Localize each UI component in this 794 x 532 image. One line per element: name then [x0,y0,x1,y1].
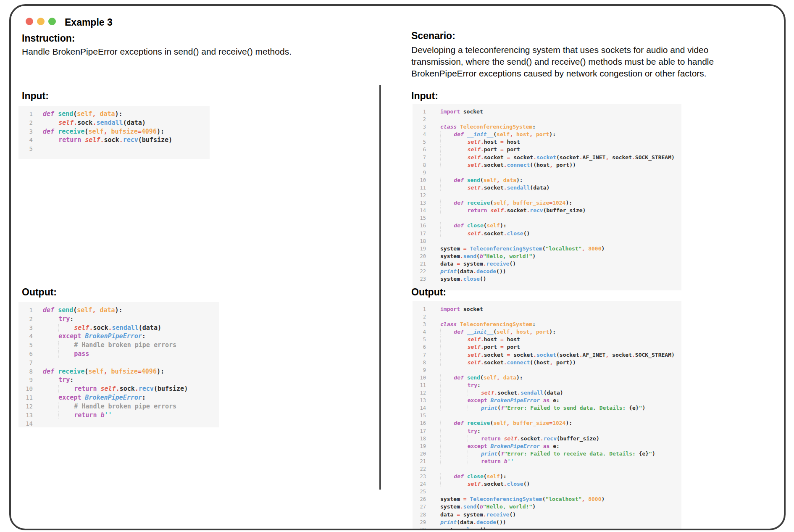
token: port [484,344,500,350]
code-text: system.send(b"Hello, world!") [440,253,536,260]
token: socket [484,184,504,191]
code-line: 19system = TeleconferencingSystem("local… [417,245,677,253]
token: socket [484,359,504,366]
token: 8000 [588,496,601,502]
close-button[interactable] [26,18,33,25]
code-text: def __init__(self, host, port): [440,328,556,336]
token: f [501,405,504,411]
token: ((host [530,162,549,168]
code-line: 2 try: [23,315,215,324]
token: . [100,136,104,144]
code-line: 21 return b'' [417,458,677,465]
indent-guide [440,200,454,206]
line-number: 5 [23,341,33,350]
token: BrokenPipeError [85,394,142,401]
token: . [540,435,544,442]
token: () [509,511,516,518]
code-text: self.socket.close() [440,230,530,237]
token: (data) [530,184,549,191]
code-text: class TeleconferencingSystem: [440,123,536,131]
column-divider [379,85,381,490]
code-text: try: [43,376,74,385]
minimize-button[interactable] [37,18,45,25]
indent-guide [440,131,454,137]
token: recv [530,207,543,213]
token: self [468,162,481,168]
token: close [467,222,484,229]
indent-guide [58,350,74,358]
token: pass [74,350,89,358]
line-number: 19 [417,442,426,450]
token: import [440,108,463,115]
line-number: 13 [417,199,426,207]
token: , [549,359,556,366]
token: def [454,200,467,206]
line-number: 8 [23,367,33,376]
window-controls [26,18,56,25]
token: . [108,324,112,332]
token: , [507,420,513,426]
code-block-right-output: 1import socket23class TeleconferencingSy… [413,301,681,530]
token: e: [553,443,560,449]
token: send [58,110,73,118]
token: connect [507,162,530,168]
token: sock [93,324,108,332]
token: , [497,177,503,183]
token: . [135,385,139,392]
token: (socket [556,154,579,161]
code-line: 11 self.socket.sendall(data) [417,184,677,192]
line-number: 29 [417,519,426,526]
token: , [507,200,513,206]
line-number: 2 [417,116,426,123]
token: = [138,128,142,135]
token: ( [484,473,487,479]
token: 1024 [552,200,565,206]
token: return [74,411,100,419]
token: b [480,503,483,510]
indent-guide [58,411,74,419]
token: def [43,128,58,135]
token: close [507,481,523,487]
code-line: 16 def receive(self, buffer_size=1024): [417,419,677,427]
code-line: 4 def __init__(self, host, port): [417,328,677,336]
token: def [43,368,58,375]
token: self [468,146,481,153]
code-line: 22 [417,465,677,473]
line-number: 3 [417,123,426,131]
line-number: 17 [417,427,426,435]
code-line: 15 [417,412,677,419]
scenario-line: transmission, where the send() and recei… [411,56,714,68]
code-line: 14 print(f"Error: Failed to send data. D… [417,404,677,412]
token: (socket [556,352,579,358]
line-number: 18 [417,435,426,442]
maximize-button[interactable] [48,18,56,25]
line-number: 3 [417,321,426,328]
token: except [58,332,85,340]
code-line: 6 self.port = port [417,343,677,351]
token: socket [513,154,533,161]
token: socket [463,108,483,115]
line-number: 8 [417,161,426,169]
token: , [529,131,536,137]
indent-guide [440,458,454,464]
line-number: 1 [23,306,33,315]
token: , [605,154,612,161]
token: host [507,139,520,145]
indent-guide [440,397,454,403]
indent-guide [454,139,467,145]
code-text: return b'' [43,411,112,420]
indent-guide [440,139,454,145]
token: system [440,253,460,259]
token: self [493,420,506,426]
token: , [605,352,612,358]
token: () [509,261,516,267]
line-number: 6 [417,343,426,351]
code-line: 18 [417,237,677,245]
line-number: 5 [23,145,33,153]
right-output-heading: Output: [411,287,446,298]
indent-guide [440,336,454,342]
token: . [517,435,521,442]
token: bufsize [111,128,138,135]
indent-guide [58,341,74,349]
code-line: 1def send(self, data): [23,110,205,119]
